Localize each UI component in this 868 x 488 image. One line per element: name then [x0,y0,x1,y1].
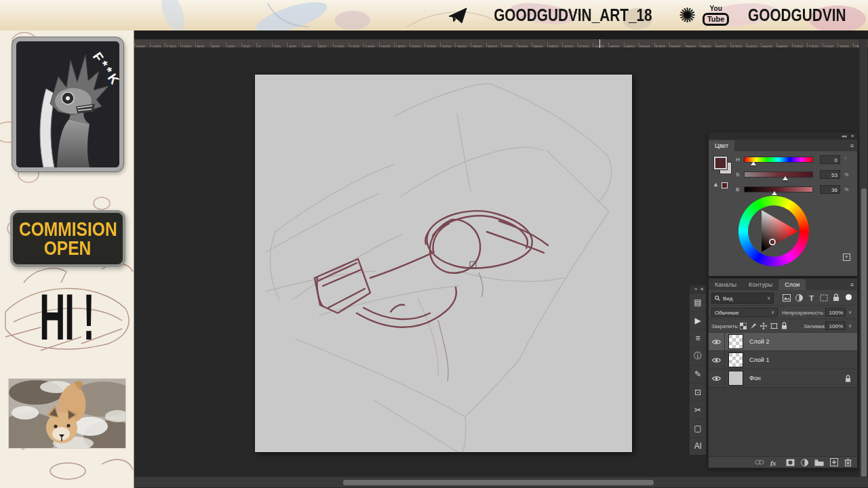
filter-smart-object-icon[interactable] [833,293,840,302]
filter-image-icon[interactable] [783,294,791,302]
saturation-unit: % [844,172,848,177]
dock-icon-properties[interactable]: ≡ [690,329,706,348]
link-layers-button[interactable] [755,460,764,465]
brightness-slider-thumb[interactable] [772,191,777,195]
ruler-tick: 6400 [746,43,762,48]
lock-position-icon[interactable] [760,323,767,329]
lock-artboard-icon[interactable] [770,323,778,329]
color-wheel[interactable] [738,196,809,266]
hue-label: H [736,157,740,163]
color-triangle[interactable] [748,205,800,257]
lock-pixels-icon[interactable] [750,323,757,329]
collapsed-panel-dock: » ✕ ▤▶≡ⓘ✎⊡✂▢Al [689,285,707,455]
ruler-tick: 6800 [776,43,792,48]
panel-collapse-icon[interactable]: ◂◂ [842,134,846,139]
lock-label: Закрепить: [711,323,739,329]
tab-Контуры[interactable]: Контуры [743,279,778,290]
dock-icon-info[interactable]: ⓘ [690,347,706,365]
horizontal-scrollbar-thumb[interactable] [343,480,654,485]
layer-thumbnail[interactable] [728,334,743,349]
saturation-value[interactable]: 53 [820,170,840,179]
link-icon [755,460,764,465]
hue-unit: ° [844,157,846,162]
new-group-button[interactable] [814,459,824,466]
layer-thumbnail[interactable] [728,371,743,386]
filter-toggle-dot[interactable] [846,294,852,300]
youtube-icon-you: You [710,5,722,12]
blend-mode-value: Обычные [715,310,738,316]
adjustment-layer-button[interactable] [801,459,808,466]
lock-transparency-icon[interactable] [740,323,747,329]
panel-close-icon[interactable]: ✕ [850,134,854,139]
chevron-down-icon[interactable]: ∨ [848,310,852,315]
layers-panel-menu-icon[interactable]: ≡ [850,281,854,288]
layer-visibility-toggle[interactable] [709,351,725,369]
search-icon [715,296,720,301]
brightness-value[interactable]: 36 [820,185,840,194]
drawing-canvas[interactable] [255,75,632,452]
blend-mode-select[interactable]: Обычные ∨ [711,308,778,317]
dock-icon-brush-settings[interactable]: ▤ [690,293,706,312]
dock-icon-tool-presets[interactable]: ✂ [690,401,706,420]
tab-Слои[interactable]: Слои [778,279,806,290]
ruler-tick: 7400 [823,43,838,48]
foreground-color-swatch[interactable] [714,157,727,169]
vertical-scrollbar-thumb[interactable] [861,188,867,480]
filter-shape-icon[interactable] [820,294,828,302]
saturation-slider[interactable] [744,171,813,178]
layer-row-Слой 1[interactable]: Слой 1 [709,351,857,369]
layer-filter-icons: T [783,293,840,302]
layer-thumbnail[interactable] [728,352,743,367]
layer-filter-label: Вид [723,296,732,302]
delete-layer-button[interactable] [844,458,852,466]
ruler-tick: 1600 [134,43,150,48]
gamut-color-swatch[interactable] [722,182,728,188]
dock-icon-clone-source[interactable]: ⊡ [690,383,706,401]
layer-filter-kind-select[interactable]: Вид ∨ [711,293,774,304]
hue-value[interactable]: 0 [820,155,840,164]
dock-expand-icon[interactable]: » [694,287,697,291]
opacity-value[interactable]: 100% [825,308,846,317]
layer-visibility-toggle[interactable] [709,369,725,387]
layers-empty-area [709,388,857,456]
ruler-tick: 4200 [578,43,593,48]
saturation-label: S [736,171,739,178]
hue-slider-thumb[interactable] [751,161,756,165]
brightness-slider[interactable] [744,186,813,192]
chevron-down-icon[interactable]: ∨ [848,323,852,329]
ruler-tick: 0 [256,43,272,48]
ruler-tick: 1000 [333,43,349,48]
ruler-tick: 600 [302,43,318,48]
telegram-icon [448,7,467,24]
ruler-tick: 3800 [547,43,563,48]
dock-icon-brush-presets[interactable]: ✎ [690,365,706,384]
layer-row-Слой 2[interactable]: Слой 2 [709,333,857,351]
avatar: F**K [12,37,123,171]
tab-Каналы[interactable]: Каналы [709,279,743,290]
brightness-unit: % [844,187,848,192]
dock-icon-actions-play[interactable]: ▶ [690,311,706,329]
ruler-tick: 400 [287,43,302,48]
horizontal-scrollbar[interactable] [134,476,868,487]
layers-filter-row: Вид ∨ T [709,290,857,306]
layer-style-button[interactable]: fx [770,459,780,466]
add-mask-button[interactable] [786,459,795,466]
layer-row-Фон[interactable]: Фон [709,369,857,388]
paw-splash-icon: ✺ [679,5,696,26]
fill-value[interactable]: 100% [825,321,846,330]
dock-icon-ai-panel[interactable]: Al [690,437,706,455]
new-layer-button[interactable] [830,458,838,466]
dock-icon-libraries[interactable]: ▢ [690,419,706,437]
lock-all-icon[interactable] [781,322,787,329]
color-panel-menu-icon[interactable]: ≡ [850,142,854,149]
vertical-scrollbar[interactable] [859,39,867,476]
layer-visibility-toggle[interactable] [709,333,725,350]
filter-type-icon[interactable]: T [808,294,815,302]
ruler-tick: 1600 [379,43,395,48]
ruler-tick: 6200 [730,43,746,48]
color-panel-plus-icon[interactable]: + [843,253,850,261]
filter-adjustment-icon[interactable] [795,294,803,302]
saturation-slider-thumb[interactable] [783,176,788,180]
tab-color[interactable]: Цвет [709,140,734,151]
dock-close-icon[interactable]: ✕ [700,287,704,292]
